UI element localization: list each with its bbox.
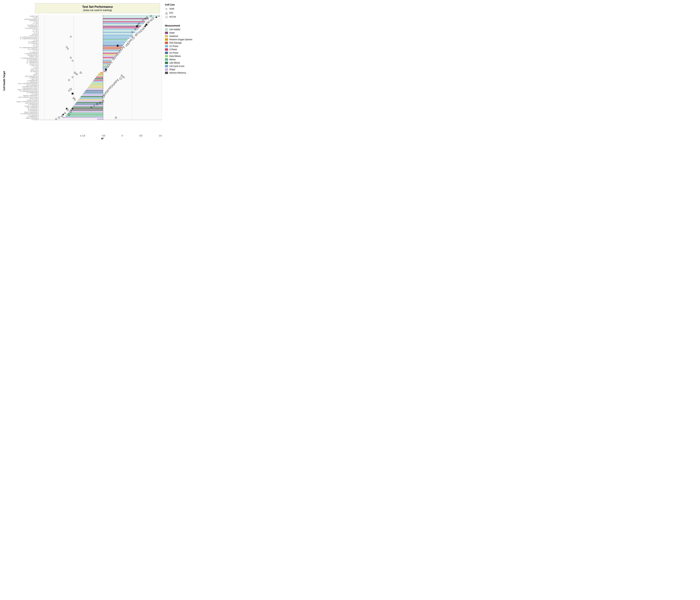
- row-label: Polynuclear - # of gH2AX Spots: [7, 105, 38, 107]
- svg-marker-125: [107, 90, 109, 91]
- svg-rect-98: [98, 74, 103, 75]
- row-label: Polyploid - # cells: [7, 69, 38, 71]
- svg-rect-116: [89, 86, 103, 87]
- measurement-color: [165, 48, 168, 51]
- row-label: ALL - # of gH2AX Spots: [7, 48, 38, 50]
- row-label: G1 - # cells: [7, 29, 38, 30]
- svg-point-138: [74, 99, 75, 100]
- measurement-color: [165, 42, 168, 44]
- row-label: Polyploid - # of gH2AX Spots per Area of…: [7, 89, 38, 90]
- measurement-legend-item: Early Mitosis: [165, 55, 198, 57]
- svg-rect-17: [103, 21, 145, 22]
- svg-marker-82: [110, 61, 112, 63]
- svg-rect-69: [118, 52, 119, 54]
- row-label: CC - # of gH2AX Spots per Area of Nucleu…: [7, 38, 38, 39]
- row-label: Polynuclear - # of gH2AX Spots per Area …: [7, 101, 38, 102]
- svg-rect-33: [103, 30, 137, 31]
- row-label: Late M - % High gH2AX Spots: [7, 102, 38, 104]
- measurement-legend-title: Measurement: [165, 24, 198, 27]
- svg-rect-57: [117, 45, 119, 47]
- measurement-label: Early Mitosis: [169, 55, 181, 57]
- svg-rect-154: [69, 111, 103, 112]
- measurement-label: Shape: [169, 68, 175, 71]
- svg-rect-30: [103, 29, 138, 30]
- svg-rect-83: [103, 63, 109, 64]
- row-label: CC - % High gH2AX spots: [7, 60, 38, 62]
- chart-area: Test Set Performance (Data not used in t…: [0, 0, 163, 150]
- row-label: Polynuclear - # cells: [7, 56, 38, 57]
- row-label: G1 - % High gH2AX Spots: [7, 81, 38, 83]
- svg-point-43: [70, 36, 72, 38]
- svg-rect-87: [103, 66, 106, 67]
- svg-rect-19: [103, 23, 144, 24]
- svg-rect-66: [103, 51, 118, 52]
- svg-point-80: [72, 60, 73, 61]
- measurement-color: [165, 62, 168, 64]
- svg-marker-119: [109, 87, 111, 88]
- svg-rect-61: [103, 48, 121, 49]
- x-tick-label: 0.5: [140, 134, 142, 137]
- measurement-label: Late Mitosis: [169, 62, 180, 64]
- measurement-label: DNA Damage: [169, 42, 181, 44]
- row-label: CC - % S: [7, 32, 38, 33]
- svg-rect-53: [103, 44, 124, 45]
- svg-rect-28: [103, 27, 139, 28]
- measurement-legend-item: DNA Damage: [165, 42, 198, 44]
- svg-rect-72: [103, 56, 115, 57]
- measurement-legend-item: G1 Phase: [165, 45, 198, 47]
- cell-line-label: A549: [169, 8, 174, 10]
- svg-marker-60: [123, 46, 125, 48]
- measurement-legend-item: G2 Phase: [165, 52, 198, 54]
- svg-point-56: [126, 45, 127, 46]
- svg-rect-129: [72, 93, 74, 95]
- svg-rect-123: [85, 90, 103, 91]
- svg-point-124: [68, 90, 70, 91]
- svg-marker-162: [61, 115, 63, 117]
- cell-line-legend-item: △ES2: [165, 11, 198, 14]
- svg-rect-8: [103, 17, 154, 18]
- row-label: ALL - Nucleus Area: [7, 51, 38, 53]
- row-label: M - # cells: [7, 39, 38, 41]
- row-label: M - # of gH2AX Spots per Area of Nucleus: [7, 113, 38, 114]
- row-label: # Live Cells: [7, 17, 38, 18]
- svg-rect-47: [103, 39, 128, 40]
- svg-rect-127: [106, 91, 107, 93]
- measurement-color: [165, 65, 168, 67]
- row-label: early M - % High gH2AX Spots: [7, 75, 38, 77]
- row-label: % Late Apoptosis (CASP+; DRAQ7+): [7, 86, 38, 88]
- svg-point-84: [109, 63, 111, 64]
- measurement-color: [165, 72, 168, 74]
- row-label: Live Cell Area: [7, 33, 38, 35]
- svg-rect-112: [91, 83, 103, 84]
- legend-area: Cell Line ○A549△ES2□HCC44 Measurement Ce…: [163, 0, 200, 150]
- row-label: Live Width / Length: [7, 15, 38, 17]
- svg-rect-156: [68, 112, 103, 114]
- svg-marker-96: [74, 72, 76, 73]
- svg-rect-38: [103, 33, 133, 34]
- measurement-color: [165, 55, 168, 57]
- svg-point-130: [105, 93, 106, 94]
- svg-point-159: [62, 114, 64, 115]
- svg-rect-25: [103, 26, 141, 27]
- svg-rect-100: [97, 75, 103, 76]
- measurement-label: G1 Phase: [169, 45, 178, 47]
- svg-marker-97: [80, 72, 82, 73]
- svg-rect-107: [94, 80, 103, 81]
- svg-rect-5: [103, 15, 157, 16]
- row-label: % Dead Only (CASP-; DRAQ7+): [7, 18, 38, 20]
- svg-rect-161: [66, 116, 103, 117]
- svg-rect-121: [70, 88, 72, 90]
- row-label: ALL - Nucleus Roundness: [7, 59, 38, 60]
- svg-rect-29: [143, 27, 145, 29]
- row-label: M - % High gH2AX Spots: [7, 116, 38, 117]
- measurement-legend-item: Mitosis: [165, 58, 198, 61]
- row-label: ALL - # cells: [7, 30, 38, 32]
- measurement-label: Apoptosis: [169, 35, 178, 38]
- svg-rect-64: [103, 50, 119, 51]
- svg-rect-70: [103, 54, 116, 55]
- svg-rect-131: [82, 95, 103, 96]
- svg-marker-36: [138, 31, 140, 33]
- svg-rect-20: [147, 23, 148, 24]
- svg-rect-95: [100, 72, 103, 73]
- svg-rect-139: [77, 101, 103, 102]
